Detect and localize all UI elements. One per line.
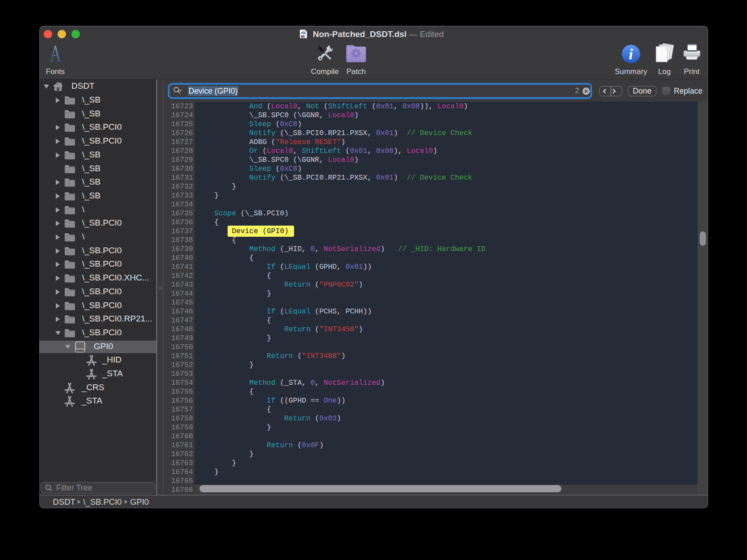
svg-text:i: i [629, 46, 633, 62]
svg-text:A: A [50, 45, 61, 63]
svg-text:DSL: DSL [302, 36, 305, 37]
